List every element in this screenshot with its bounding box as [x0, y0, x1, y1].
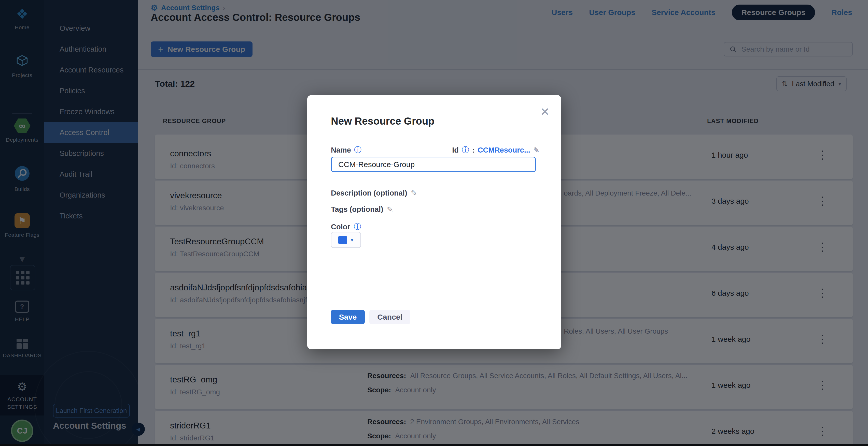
id-separator: :	[472, 146, 475, 155]
name-label: Name	[331, 146, 351, 155]
window-bottom-edge	[0, 444, 868, 446]
id-value-link[interactable]: CCMResourc...	[478, 146, 530, 155]
close-icon[interactable]: ✕	[540, 105, 550, 118]
id-label: Id	[452, 146, 459, 155]
tags-field: Tags (optional) ✎	[331, 205, 393, 214]
modal-title: New Resource Group	[331, 115, 435, 127]
save-button[interactable]: Save	[331, 310, 365, 324]
edit-description-pencil-icon[interactable]: ✎	[411, 189, 417, 198]
color-swatch	[338, 236, 347, 244]
cancel-button[interactable]: Cancel	[369, 310, 410, 324]
description-field: Description (optional) ✎	[331, 189, 417, 198]
new-resource-group-modal: ✕ New Resource Group Name ⓘ Id ⓘ : CCMRe…	[307, 95, 561, 349]
color-field-label: Color ⓘ	[331, 222, 361, 232]
info-icon[interactable]: ⓘ	[354, 145, 362, 155]
edit-tags-pencil-icon[interactable]: ✎	[387, 205, 393, 214]
info-icon[interactable]: ⓘ	[354, 222, 361, 232]
color-picker-button[interactable]: ▾	[331, 232, 361, 248]
name-input[interactable]	[331, 157, 536, 172]
edit-id-pencil-icon[interactable]: ✎	[533, 146, 540, 155]
info-icon[interactable]: ⓘ	[462, 145, 469, 155]
name-id-label-row: Name ⓘ Id ⓘ : CCMResourc... ✎	[331, 145, 540, 155]
app-window: ❖ Home Projects ∞ Deployments	[0, 0, 868, 446]
chevron-down-icon: ▾	[350, 237, 353, 243]
